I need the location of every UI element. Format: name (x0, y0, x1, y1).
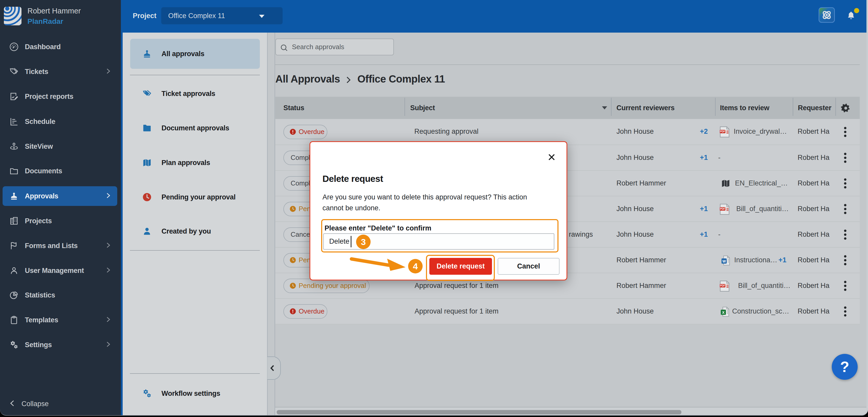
svg-text:PDF: PDF (720, 284, 725, 287)
svg-text:X: X (722, 311, 725, 315)
svg-text:PDF: PDF (720, 207, 725, 210)
svg-text:PDF: PDF (720, 130, 725, 133)
svg-text:W: W (722, 259, 726, 263)
